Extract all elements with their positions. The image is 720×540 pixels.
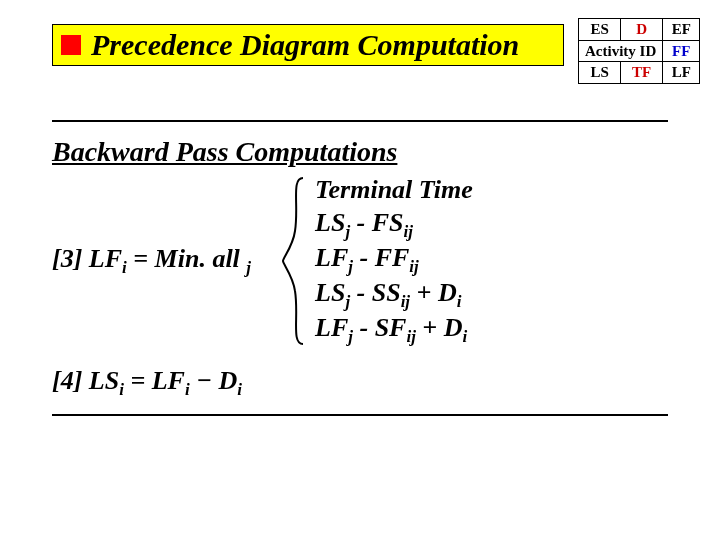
eq3-eq: = xyxy=(133,244,154,273)
eq3-opt-3: LSj - SSij + Di xyxy=(315,277,473,312)
legend-d: D xyxy=(636,21,647,37)
eq3-min-sub: j xyxy=(246,258,251,277)
section-title: Backward Pass Computations xyxy=(52,136,668,168)
eq3-min: Min. all xyxy=(155,244,240,273)
eq4-ls-sub: i xyxy=(119,380,124,399)
legend-ef: EF xyxy=(672,21,691,37)
eq3-opt-terminal: Terminal Time xyxy=(315,174,473,207)
eq3-lf-sub: i xyxy=(122,258,127,277)
eq3-opt-4: LFj - SFij + Di xyxy=(315,312,473,347)
eq4-label: [4] xyxy=(52,366,82,395)
content-body: Backward Pass Computations [3] LFi = Min… xyxy=(52,120,668,416)
legend-es: ES xyxy=(590,21,608,37)
eq3-brace-group: Terminal Time LSj - FSij LFj - FFij LSj … xyxy=(281,174,473,348)
eq3-lhs: [3] LFi = Min. all j xyxy=(52,244,251,278)
eq3-opt-2: LFj - FFij xyxy=(315,242,473,277)
equation-4: [4] LSi = LFi − Di xyxy=(52,366,668,400)
equation-3: [3] LFi = Min. all j Terminal Time LSj -… xyxy=(52,174,668,348)
eq4-lf-sub: i xyxy=(185,380,190,399)
legend-ff: FF xyxy=(672,43,690,59)
legend-ls: LS xyxy=(590,64,608,80)
eq4-lf: LF xyxy=(152,366,185,395)
title-banner: Precedence Diagram Computation xyxy=(52,24,564,66)
legend-row-3: LS TF LF xyxy=(579,62,700,84)
legend-activity-id: Activity ID xyxy=(585,43,656,59)
eq3-opt-1: LSj - FSij xyxy=(315,207,473,242)
bottom-rule xyxy=(52,414,668,416)
eq4-d-sub: i xyxy=(237,380,242,399)
title-bullet-icon xyxy=(61,35,81,55)
eq4-minus: − xyxy=(196,366,218,395)
top-rule xyxy=(52,120,668,122)
left-brace-icon xyxy=(281,176,309,346)
eq3-options: Terminal Time LSj - FSij LFj - FFij LSj … xyxy=(315,174,473,348)
eq4-ls: LS xyxy=(89,366,119,395)
eq3-lf: LF xyxy=(89,244,122,273)
eq4-d: D xyxy=(218,366,237,395)
page-title: Precedence Diagram Computation xyxy=(91,30,519,60)
eq3-label: [3] xyxy=(52,244,82,273)
legend-table: ES D EF Activity ID FF LS TF LF xyxy=(578,18,700,84)
legend-lf: LF xyxy=(672,64,691,80)
legend-row-1: ES D EF xyxy=(579,19,700,41)
legend-row-2: Activity ID FF xyxy=(579,40,700,62)
eq4-eq: = xyxy=(130,366,151,395)
legend-tf: TF xyxy=(632,64,651,80)
